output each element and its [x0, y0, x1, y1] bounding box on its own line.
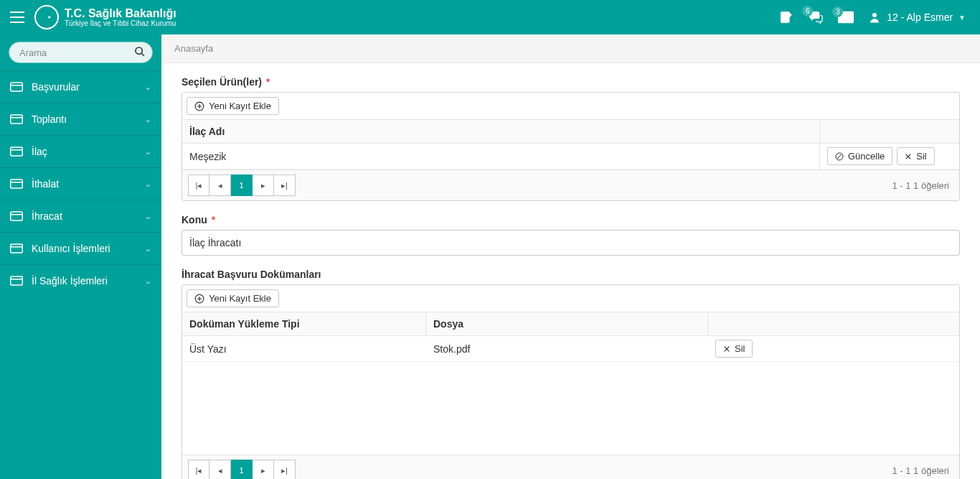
- svg-rect-21: [11, 276, 23, 285]
- form-icon: [10, 179, 23, 189]
- plus-circle-icon: [194, 294, 204, 304]
- pager-page-button[interactable]: 1: [231, 175, 253, 196]
- svg-line-27: [837, 154, 842, 159]
- compose-button[interactable]: [779, 10, 793, 24]
- sidebar-item-ithalat[interactable]: İthalat⌄: [0, 168, 161, 200]
- form-icon: [10, 114, 23, 124]
- sidebar-item-ilsaglik[interactable]: İl Sağlık İşlemleri⌄: [0, 265, 161, 297]
- svg-rect-2: [10, 22, 24, 23]
- sidebar-item-kullanici[interactable]: Kullanıcı İşlemleri⌄: [0, 233, 161, 264]
- svg-rect-9: [11, 83, 23, 91]
- pager-next-button[interactable]: ▸: [253, 460, 274, 479]
- sidebar-item-label: Toplantı: [32, 113, 67, 125]
- pager-first-button[interactable]: |◂: [188, 175, 209, 196]
- sidebar-item-label: Kullanıcı İşlemleri: [32, 243, 110, 254]
- svg-rect-0: [10, 11, 24, 13]
- svg-line-8: [141, 53, 144, 56]
- chevron-down-icon: ⌄: [145, 212, 151, 221]
- button-label: Sil: [916, 151, 926, 162]
- add-product-button[interactable]: Yeni Kayıt Ekle: [187, 97, 279, 115]
- chevron-down-icon: ⌄: [145, 276, 151, 286]
- chat-button[interactable]: 6: [808, 10, 824, 24]
- products-grid: Yeni Kayıt Ekle İlaç Adı Meşezik Güncell…: [182, 92, 960, 201]
- doc-file-col-header[interactable]: Dosya: [426, 312, 708, 335]
- logo-block: T.C. Sağlık Bakanlığı Türkiye İlaç ve Tı…: [34, 5, 191, 29]
- svg-point-6: [872, 13, 877, 17]
- selected-products-label: Seçilen Ürün(ler) *: [182, 76, 960, 88]
- block-icon: [835, 152, 844, 161]
- pager-prev-button[interactable]: ◂: [209, 175, 231, 196]
- chevron-down-icon: ⌄: [145, 180, 151, 189]
- pager-last-button[interactable]: ▸|: [274, 175, 296, 196]
- delete-document-button[interactable]: Sil: [715, 340, 753, 358]
- add-document-button[interactable]: Yeni Kayıt Ekle: [187, 289, 279, 307]
- pager-next-button[interactable]: ▸: [253, 175, 274, 196]
- sidebar-item-toplanti[interactable]: Toplantı⌄: [0, 103, 161, 135]
- form-icon: [10, 276, 23, 286]
- svg-point-7: [136, 47, 142, 54]
- chevron-down-icon: ⌄: [145, 115, 151, 124]
- edit-icon: [779, 10, 793, 24]
- delete-product-button[interactable]: Sil: [897, 147, 934, 165]
- search-icon[interactable]: [134, 46, 146, 57]
- app-subtitle: Türkiye İlaç ve Tıbbi Cihaz Kurumu: [65, 19, 176, 27]
- main-content: Anasayfa Seçilen Ürün(ler) * Yeni Kayıt …: [161, 34, 980, 479]
- sidebar-item-label: İthalat: [32, 178, 59, 190]
- product-col-header[interactable]: İlaç Adı: [182, 120, 819, 143]
- pager-last-button[interactable]: ▸|: [274, 460, 296, 479]
- form-icon: [10, 211, 23, 221]
- sidebar-nav: Başvurular⌄ Toplantı⌄ İlaç⌄ İthalat⌄ İhr…: [0, 70, 161, 297]
- subject-input[interactable]: [182, 230, 960, 256]
- products-pager: |◂ ◂ 1 ▸ ▸| 1 - 1 1 öğeleri: [182, 169, 959, 200]
- user-menu[interactable]: 12 - Alp Esmer ▼: [868, 11, 966, 24]
- documents-label: İhracat Başvuru Dokümanları: [182, 269, 960, 280]
- svg-rect-11: [11, 115, 23, 124]
- breadcrumb-item: Anasayfa: [174, 43, 213, 54]
- pager-prev-button[interactable]: ◂: [209, 460, 231, 479]
- sidebar-item-ilac[interactable]: İlaç⌄: [0, 136, 161, 167]
- documents-pager: |◂ ◂ 1 ▸ ▸| 1 - 1 1 öğeleri: [182, 455, 959, 479]
- plus-circle-icon: [194, 101, 204, 111]
- sidebar-item-label: İhracat: [32, 210, 62, 222]
- doc-type-col-header[interactable]: Doküman Yükleme Tipi: [182, 312, 426, 335]
- svg-rect-13: [11, 147, 23, 156]
- product-actions-col: [819, 120, 959, 143]
- app-header: T.C. Sağlık Bakanlığı Türkiye İlaç ve Tı…: [0, 0, 980, 34]
- sidebar-item-ihracat[interactable]: İhracat⌄: [0, 200, 161, 232]
- svg-rect-4: [781, 12, 790, 23]
- documents-grid: Yeni Kayıt Ekle Doküman Yükleme Tipi Dos…: [182, 284, 960, 479]
- mail-button[interactable]: 3: [838, 11, 854, 24]
- pager-info: 1 - 1 1 öğeleri: [892, 465, 954, 476]
- pager-page-button[interactable]: 1: [231, 460, 253, 479]
- sidebar-item-label: İl Sağlık İşlemleri: [32, 275, 108, 287]
- doc-type-cell: Üst Yazı: [182, 338, 426, 361]
- chevron-down-icon: ⌄: [145, 147, 151, 157]
- form-icon: [10, 82, 23, 92]
- button-label: Sil: [735, 343, 745, 354]
- sidebar-item-label: Başvurular: [32, 81, 80, 93]
- form-icon: [10, 243, 23, 254]
- pager-first-button[interactable]: |◂: [188, 460, 209, 479]
- sidebar-item-basvurular[interactable]: Başvurular⌄: [0, 71, 161, 103]
- button-label: Yeni Kayıt Ekle: [209, 293, 271, 304]
- subject-label: Konu *: [182, 214, 960, 225]
- button-label: Yeni Kayıt Ekle: [209, 101, 271, 111]
- close-icon: [723, 345, 730, 353]
- product-name-cell: Meşezik: [182, 145, 819, 168]
- sidebar-item-label: İlaç: [32, 146, 47, 157]
- doc-actions-col: [708, 312, 959, 335]
- menu-toggle-button[interactable]: [0, 0, 34, 34]
- product-row: Meşezik Güncelle Sil: [182, 144, 959, 169]
- doc-file-cell: Stok.pdf: [426, 338, 708, 361]
- caret-down-icon: ▼: [958, 14, 966, 22]
- button-label: Güncelle: [848, 151, 885, 162]
- ministry-logo-icon: [34, 5, 59, 29]
- search-input[interactable]: [9, 42, 153, 63]
- form-icon: [10, 147, 23, 157]
- close-icon: [905, 153, 912, 160]
- hamburger-icon: [10, 11, 24, 23]
- chevron-down-icon: ⌄: [145, 83, 151, 92]
- chevron-down-icon: ⌄: [145, 244, 151, 254]
- breadcrumb[interactable]: Anasayfa: [161, 34, 980, 63]
- update-product-button[interactable]: Güncelle: [827, 147, 892, 165]
